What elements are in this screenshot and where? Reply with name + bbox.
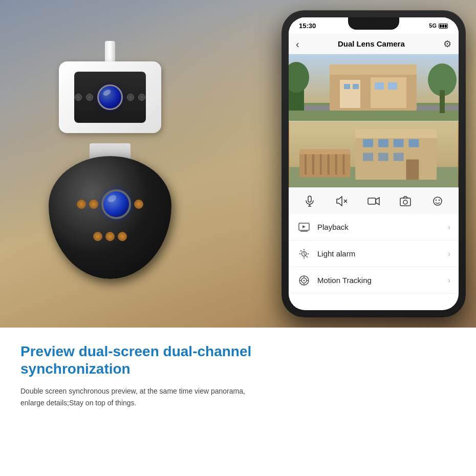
svg-rect-19 xyxy=(305,155,307,175)
svg-marker-38 xyxy=(337,197,342,206)
light-alarm-label: Light alarm xyxy=(317,249,448,258)
camera-section xyxy=(0,0,261,328)
camera-feed-top xyxy=(289,54,459,121)
light-alarm-chevron: › xyxy=(448,249,450,258)
status-time: 15:30 xyxy=(299,22,316,30)
camera-bottom-dome xyxy=(49,143,171,287)
playback-icon xyxy=(297,220,311,234)
svg-rect-29 xyxy=(394,139,404,147)
svg-rect-28 xyxy=(378,139,388,147)
network-label: 5G xyxy=(429,23,437,29)
svg-rect-24 xyxy=(342,155,344,175)
menu-item-motion-tracking[interactable]: Motion Tracking › xyxy=(289,267,459,294)
svg-rect-22 xyxy=(328,155,330,175)
svg-rect-30 xyxy=(408,139,419,147)
feed-bottom-svg xyxy=(289,121,459,187)
battery-icon xyxy=(439,23,448,29)
ir-led-3 xyxy=(127,94,134,101)
ir-led-4 xyxy=(138,94,145,101)
ir-led-1 xyxy=(75,94,82,101)
bottom-section: Preview dual-screen dual-channel synchro… xyxy=(0,328,476,476)
top-section: 15:30 5G xyxy=(0,0,476,328)
svg-rect-8 xyxy=(371,77,406,108)
mic-button[interactable] xyxy=(301,192,318,210)
svg-rect-31 xyxy=(363,153,373,161)
camera-top-head xyxy=(59,61,161,143)
svg-point-45 xyxy=(434,197,442,205)
settings-button[interactable]: ⚙ xyxy=(443,38,451,50)
ir-led-2 xyxy=(86,94,93,101)
svg-rect-33 xyxy=(394,153,404,161)
light-alarm-icon xyxy=(297,247,311,261)
face-detect-button[interactable] xyxy=(429,192,446,210)
playback-chevron: › xyxy=(448,223,450,232)
svg-rect-23 xyxy=(335,155,337,175)
back-button[interactable]: ‹ xyxy=(296,39,299,49)
svg-rect-14 xyxy=(440,90,445,113)
text-content: Preview dual-screen dual-channel synchro… xyxy=(20,343,266,461)
dome-ir-6 xyxy=(118,232,127,241)
svg-rect-21 xyxy=(320,155,322,175)
phone-notch xyxy=(348,17,399,30)
svg-rect-10 xyxy=(353,84,359,89)
app-title: Dual Lens Camera xyxy=(338,39,405,48)
svg-rect-12 xyxy=(388,82,397,90)
camera-container xyxy=(28,26,223,312)
svg-point-47 xyxy=(439,199,440,200)
svg-rect-9 xyxy=(344,84,350,89)
svg-rect-35 xyxy=(308,196,311,202)
dome-ir-5 xyxy=(105,232,115,241)
svg-rect-17 xyxy=(299,152,350,178)
dome-ir-3 xyxy=(134,200,143,209)
dome-lens-area xyxy=(74,184,146,246)
svg-rect-27 xyxy=(363,139,373,147)
svg-marker-42 xyxy=(376,198,379,205)
control-bar xyxy=(289,187,459,214)
svg-point-54 xyxy=(304,279,305,281)
svg-rect-34 xyxy=(406,159,419,180)
playback-label: Playback xyxy=(317,223,448,231)
motion-tracking-label: Motion Tracking xyxy=(317,276,448,285)
feed-top-svg xyxy=(289,54,459,121)
record-button[interactable] xyxy=(365,192,382,210)
phone-inner: 15:30 5G xyxy=(289,17,459,310)
svg-rect-11 xyxy=(375,82,384,90)
top-head-body xyxy=(59,61,161,133)
app-header: ‹ Dual Lens Camera ⚙ xyxy=(289,34,459,54)
svg-marker-49 xyxy=(302,225,306,228)
top-main-lens xyxy=(97,84,123,110)
phone-frame: 15:30 5G xyxy=(282,10,466,317)
motion-tracking-chevron: › xyxy=(448,276,450,285)
volume-off-button[interactable] xyxy=(333,192,351,210)
main-heading: Preview dual-screen dual-channel synchro… xyxy=(20,343,266,377)
status-icons: 5G xyxy=(429,23,448,29)
photo-button[interactable] xyxy=(397,192,414,210)
dome-body xyxy=(49,156,171,279)
sub-description: Double screen synchronous preview, at th… xyxy=(20,385,266,408)
dome-ir-1 xyxy=(77,200,86,209)
menu-list: Playback › xyxy=(289,214,459,294)
svg-rect-18 xyxy=(299,149,350,155)
dome-ir-2 xyxy=(89,200,98,209)
phone-section: 15:30 5G xyxy=(282,10,466,317)
top-lens-area xyxy=(74,72,146,123)
motion-tracking-icon xyxy=(297,273,311,288)
dome-ir-4 xyxy=(93,232,102,241)
camera-feed-bottom xyxy=(289,121,459,187)
menu-item-playback[interactable]: Playback › xyxy=(289,214,459,241)
svg-rect-20 xyxy=(312,155,314,175)
svg-rect-41 xyxy=(368,198,376,204)
svg-rect-26 xyxy=(355,129,437,138)
svg-point-44 xyxy=(403,200,407,204)
dome-main-lens xyxy=(101,189,131,219)
svg-point-46 xyxy=(436,199,437,200)
page-wrapper: 15:30 5G xyxy=(0,0,476,476)
svg-rect-6 xyxy=(330,64,417,75)
menu-item-light-alarm[interactable]: Light alarm › xyxy=(289,241,459,267)
svg-rect-32 xyxy=(378,153,388,161)
